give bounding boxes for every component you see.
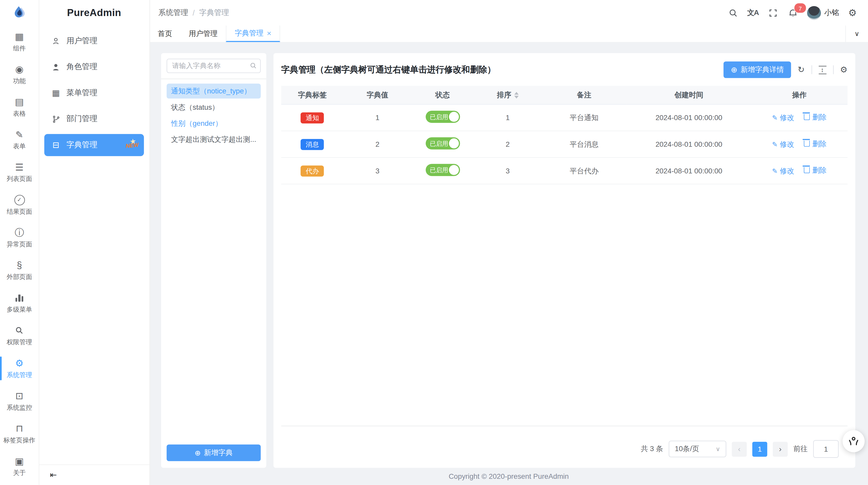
col-header-remark: 备注 — [542, 86, 626, 104]
rail-item-multilevel-menu[interactable]: 多级菜单 — [0, 287, 39, 320]
dict-tag: 代办 — [301, 165, 324, 176]
plus-circle-icon: ⊕ — [731, 65, 737, 74]
circle-icon: ◉ — [15, 64, 24, 75]
tree-item-status[interactable]: 状态（status） — [167, 100, 261, 115]
col-header-actions: 操作 — [751, 86, 847, 104]
sort-carets[interactable] — [514, 92, 518, 99]
sidebar-item-dictionary-management[interactable]: ⊟ 字典管理 NEW — [44, 134, 144, 156]
delete-button[interactable]: 删除 — [804, 112, 827, 122]
fullscreen-button[interactable] — [763, 0, 783, 25]
grid-icon: ▦ — [51, 88, 61, 98]
settings-button[interactable]: ⚙ — [843, 0, 863, 25]
plus-circle-icon: ⊕ — [195, 449, 200, 457]
status-toggle[interactable]: 已启用 — [426, 111, 460, 123]
refresh-button[interactable]: ↻ — [798, 65, 805, 75]
status-toggle[interactable]: 已启用 — [426, 164, 460, 176]
rail-item-system-monitor[interactable]: ⊡ 系统监控 — [0, 385, 39, 418]
tab-bar: 首页 用户管理 字典管理 × ∨ — [150, 25, 868, 42]
rail-item-table[interactable]: ▤ 表格 — [0, 91, 39, 123]
bookmark-icon: ⊓ — [16, 423, 23, 434]
sidebar-item-menu-management[interactable]: ▦ 菜单管理 — [39, 82, 150, 104]
tree-item-overflow-test[interactable]: 文字超出测试文字超出测... — [167, 132, 261, 147]
floating-helper-button[interactable] — [843, 430, 865, 452]
rail-item-features[interactable]: ◉ 功能 — [0, 58, 39, 91]
rail-item-form[interactable]: ✎ 表单 — [0, 123, 39, 156]
density-button[interactable]: ↕ — [818, 65, 826, 74]
rail-item-components[interactable]: ▦ 组件 — [0, 25, 39, 58]
app-logo — [0, 0, 39, 25]
tab-dictionary-management[interactable]: 字典管理 × — [226, 25, 280, 42]
tab-user-management[interactable]: 用户管理 — [180, 25, 226, 42]
goto-page-input[interactable] — [813, 440, 838, 458]
rail-item-system-management[interactable]: ⚙ 系统管理 — [0, 352, 39, 385]
rail-item-list-pages[interactable]: ☰ 列表页面 — [0, 156, 39, 189]
rail-item-error-pages[interactable]: ⓘ 异常页面 — [0, 221, 39, 254]
breadcrumb-separator: / — [192, 8, 195, 17]
sidebar-item-user-management[interactable]: 用户管理 — [39, 30, 150, 52]
dict-order: 1 — [474, 104, 542, 131]
dict-remark: 平台代办 — [542, 158, 626, 184]
next-page-button[interactable]: › — [773, 442, 788, 457]
dict-value: 3 — [343, 158, 411, 184]
gear-icon: ⚙ — [840, 65, 847, 75]
add-dictionary-button[interactable]: ⊕ 新增字典 — [167, 445, 261, 461]
chevron-left-icon: ‹ — [738, 445, 741, 453]
user-avatar[interactable] — [807, 6, 821, 20]
page-size-select[interactable]: 10条/页 ∨ — [669, 441, 726, 457]
tree-item-notice-type[interactable]: 通知类型（notice_type） — [167, 84, 261, 99]
translate-button[interactable]: 文A — [743, 0, 763, 25]
main-area: 系统管理 / 字典管理 文A 7 小铭 — [150, 0, 868, 485]
sidebar-item-role-management[interactable]: 角色管理 — [39, 56, 150, 78]
dictionary-search-input[interactable] — [167, 59, 261, 73]
add-dictionary-detail-button[interactable]: ⊕ 新增字典详情 — [723, 61, 791, 78]
table-row: 代办 3 已启用 3 平台代办 2024-08-01 00:00:00 ✎修改 … — [281, 158, 847, 184]
rail-item-tab-operations[interactable]: ⊓ 标签页操作 — [0, 418, 39, 450]
status-toggle[interactable]: 已启用 — [426, 137, 460, 149]
edit-button[interactable]: ✎修改 — [772, 113, 794, 123]
breadcrumb-section[interactable]: 系统管理 — [158, 8, 188, 18]
prev-page-button[interactable]: ‹ — [732, 442, 747, 457]
search-button[interactable] — [723, 0, 743, 25]
page-content: 通知类型（notice_type） 状态（status） 性别（gender） … — [150, 42, 868, 485]
divider — [161, 79, 266, 79]
rail-item-permissions[interactable]: 权限管理 — [0, 320, 39, 352]
monitor-icon: ⊡ — [16, 390, 23, 401]
check-circle-icon: ✓ — [14, 194, 25, 206]
dict-tag: 消息 — [301, 139, 324, 150]
delete-button[interactable]: 删除 — [804, 165, 827, 176]
close-icon[interactable]: × — [267, 29, 272, 37]
col-header-status: 状态 — [411, 86, 474, 104]
dict-order: 3 — [474, 158, 542, 184]
breadcrumb-current: 字典管理 — [199, 8, 229, 18]
pagination-total: 共 3 条 — [641, 444, 663, 454]
tab-menu-button[interactable]: ∨ — [845, 25, 868, 42]
bar-chart-icon — [15, 292, 23, 303]
magnifier-icon — [15, 325, 24, 336]
username[interactable]: 小铭 — [824, 8, 839, 18]
chevron-right-icon: › — [779, 445, 781, 453]
pencil-icon: ✎ — [772, 141, 778, 149]
search-icon — [250, 62, 257, 69]
col-header-tag: 字典标签 — [281, 86, 344, 104]
fullscreen-icon — [769, 8, 777, 17]
page-number-button[interactable]: 1 — [752, 442, 767, 457]
notifications-button[interactable]: 7 — [783, 0, 803, 25]
density-icon: ↕ — [818, 65, 826, 74]
rail-item-result-pages[interactable]: ✓ 结果页面 — [0, 189, 39, 221]
rail-item-external-pages[interactable]: § 外部页面 — [0, 254, 39, 287]
collapse-icon: ⇤ — [50, 470, 57, 480]
icon-rail: ▦ 组件 ◉ 功能 ▤ 表格 ✎ 表单 ☰ 列表页面 ✓ 结果页面 ⓘ 异常页面… — [0, 0, 39, 485]
rail-item-about[interactable]: ▣ 关于 — [0, 450, 39, 483]
chevron-down-icon: ∨ — [855, 30, 860, 38]
list-icon: ☰ — [15, 162, 24, 173]
edit-button[interactable]: ✎修改 — [772, 140, 794, 150]
sidebar-collapse-button[interactable]: ⇤ — [39, 464, 150, 485]
edit-button[interactable]: ✎修改 — [772, 166, 794, 176]
sidebar-item-department-management[interactable]: 部门管理 — [39, 108, 150, 130]
tree-item-gender[interactable]: 性别（gender） — [167, 116, 261, 131]
delete-button[interactable]: 删除 — [804, 139, 827, 149]
column-settings-button[interactable]: ⚙ — [840, 65, 847, 75]
divider — [811, 65, 812, 74]
top-navbar: 系统管理 / 字典管理 文A 7 小铭 — [150, 0, 868, 25]
tab-home[interactable]: 首页 — [150, 25, 181, 42]
